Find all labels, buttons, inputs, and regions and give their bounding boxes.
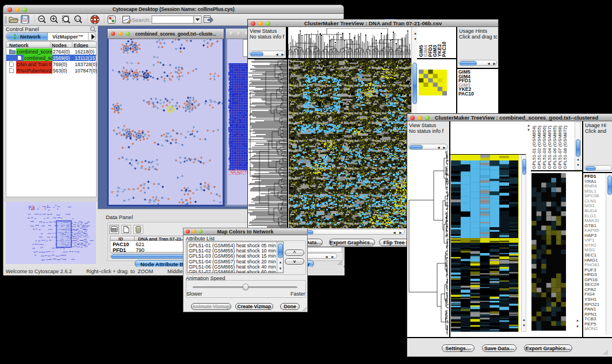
svg-text:PAC10: PAC10 [441, 41, 447, 57]
svg-text:GPL51-07 (GSM868): GPL51-07 (GSM868) [557, 125, 563, 169]
svg-text:GPL51-08 (GSM872): GPL51-08 (GSM872) [563, 125, 568, 169]
svg-text:1:1: 1:1 [76, 17, 80, 21]
svg-text:Search:: Search: [132, 17, 151, 23]
svg-text:GPL51-04 (GSM857): GPL51-04 (GSM857) [547, 125, 552, 169]
svg-text:GPL51-03 (GSM856): GPL51-03 (GSM856) [542, 125, 547, 169]
svg-text:GPL51-02 (GSM855): GPL51-02 (GSM855) [537, 125, 542, 169]
svg-text:GPL51-01 (GSM854): GPL51-01 (GSM854) [531, 125, 537, 169]
svg-text:GPL51-06 (GSM865): GPL51-06 (GSM865) [552, 125, 557, 169]
